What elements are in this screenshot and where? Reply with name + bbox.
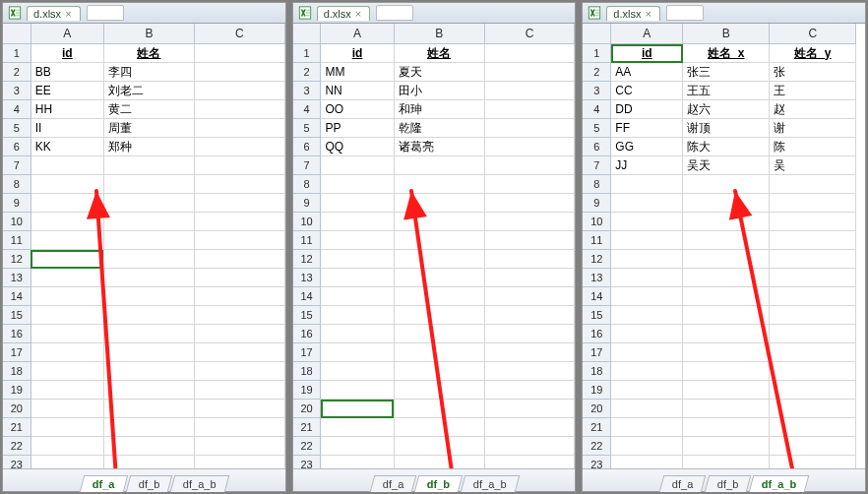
cell[interactable]	[484, 362, 575, 381]
row-header[interactable]: 18	[293, 362, 321, 381]
row-header[interactable]: 2	[583, 63, 611, 82]
cell[interactable]	[683, 437, 770, 456]
cell[interactable]: 和珅	[394, 100, 484, 119]
cell[interactable]: MM	[321, 63, 394, 82]
cell[interactable]	[103, 156, 194, 175]
row-header[interactable]: 18	[3, 362, 31, 381]
cell[interactable]	[770, 306, 856, 325]
cell[interactable]	[611, 250, 683, 269]
row-header[interactable]: 15	[583, 306, 611, 325]
cell[interactable]	[611, 175, 683, 194]
row-header[interactable]: 9	[583, 194, 611, 213]
row-header[interactable]: 10	[583, 213, 611, 231]
row-header[interactable]: 21	[3, 418, 31, 437]
cell[interactable]	[103, 231, 194, 250]
cell[interactable]	[611, 194, 683, 213]
row-header[interactable]: 17	[583, 343, 611, 362]
row-header[interactable]: 19	[583, 381, 611, 400]
row-header[interactable]: 16	[293, 325, 321, 343]
cell[interactable]: NN	[321, 82, 394, 100]
cell[interactable]: 李四	[103, 63, 194, 82]
cell[interactable]	[394, 287, 484, 306]
cell[interactable]: 赵	[770, 100, 856, 119]
cell[interactable]	[31, 287, 103, 306]
column-header[interactable]: B	[103, 24, 194, 44]
row-header[interactable]: 14	[3, 287, 31, 306]
cell[interactable]: 吴天	[683, 156, 770, 175]
cell[interactable]	[683, 213, 770, 231]
row-header[interactable]: 22	[293, 437, 321, 456]
cell[interactable]	[321, 362, 394, 381]
row-header[interactable]: 19	[3, 381, 31, 400]
cell[interactable]	[195, 231, 285, 250]
row-header[interactable]: 8	[583, 175, 611, 194]
document-tab[interactable]: d.xlsx×	[606, 6, 660, 21]
row-header[interactable]: 3	[3, 82, 31, 100]
cell[interactable]: EE	[31, 82, 103, 100]
cell[interactable]	[195, 362, 285, 381]
cell[interactable]	[683, 269, 770, 287]
cell[interactable]	[321, 269, 394, 287]
row-header[interactable]: 19	[293, 381, 321, 400]
cell[interactable]	[103, 287, 194, 306]
cell[interactable]	[770, 418, 856, 437]
cell[interactable]	[195, 138, 285, 156]
column-header[interactable]: A	[31, 24, 103, 44]
cell[interactable]: 张三	[683, 63, 770, 82]
cell[interactable]	[103, 381, 194, 400]
cell[interactable]	[611, 418, 683, 437]
row-header[interactable]: 6	[3, 138, 31, 156]
sheet-tab-df_a[interactable]: df_a	[659, 475, 707, 492]
column-header[interactable]: B	[683, 24, 770, 44]
row-header[interactable]: 20	[293, 400, 321, 418]
row-header[interactable]: 15	[3, 306, 31, 325]
row-header[interactable]: 16	[583, 325, 611, 343]
cell[interactable]: 姓名	[394, 44, 484, 63]
cell[interactable]: 吴	[770, 156, 856, 175]
row-header[interactable]: 5	[293, 119, 321, 138]
cell[interactable]	[103, 343, 194, 362]
cell[interactable]: HH	[31, 100, 103, 119]
cell[interactable]: 诸葛亮	[394, 138, 484, 156]
cell[interactable]	[195, 418, 285, 437]
cell[interactable]	[195, 213, 285, 231]
sheet-area[interactable]: ABC1id姓名_x姓名_y2AA张三张3CC王五王4DD赵六赵5FF谢顶谢6G…	[583, 24, 865, 468]
close-tab-icon[interactable]: ×	[645, 8, 651, 20]
sheet-tab-df_a_b[interactable]: df_a_b	[749, 475, 810, 492]
cell[interactable]	[484, 119, 575, 138]
cell[interactable]	[770, 400, 856, 418]
cell[interactable]	[484, 456, 575, 469]
row-header[interactable]: 7	[293, 156, 321, 175]
cell[interactable]	[683, 456, 770, 469]
cell[interactable]: QQ	[321, 138, 394, 156]
cell[interactable]	[31, 194, 103, 213]
cell[interactable]	[770, 325, 856, 343]
cell[interactable]	[195, 156, 285, 175]
cell[interactable]: 王五	[683, 82, 770, 100]
cell[interactable]: 周董	[103, 119, 194, 138]
cell[interactable]	[321, 456, 394, 469]
select-all-corner[interactable]	[583, 24, 611, 44]
sheet-area[interactable]: ABC1id姓名2MM夏天3NN田小4OO和珅5PP乾隆6QQ诸葛亮789101…	[293, 24, 576, 468]
cell[interactable]	[31, 250, 103, 269]
cell[interactable]	[195, 63, 285, 82]
cell[interactable]	[321, 400, 394, 418]
cell[interactable]	[611, 456, 683, 469]
sheet-tab-df_a[interactable]: df_a	[80, 475, 128, 492]
cell[interactable]	[31, 156, 103, 175]
cell[interactable]	[394, 213, 484, 231]
cell[interactable]	[770, 194, 856, 213]
new-tab-button[interactable]	[376, 5, 413, 21]
row-header[interactable]: 14	[293, 287, 321, 306]
cell[interactable]	[103, 400, 194, 418]
cell[interactable]	[770, 231, 856, 250]
new-tab-button[interactable]	[666, 5, 704, 21]
cell[interactable]	[394, 400, 484, 418]
new-tab-button[interactable]	[87, 5, 124, 21]
column-header[interactable]: A	[321, 24, 394, 44]
cell[interactable]: 赵六	[683, 100, 770, 119]
row-header[interactable]: 8	[3, 175, 31, 194]
cell[interactable]	[195, 456, 285, 469]
row-header[interactable]: 12	[583, 250, 611, 269]
cell[interactable]: 刘老二	[103, 82, 194, 100]
